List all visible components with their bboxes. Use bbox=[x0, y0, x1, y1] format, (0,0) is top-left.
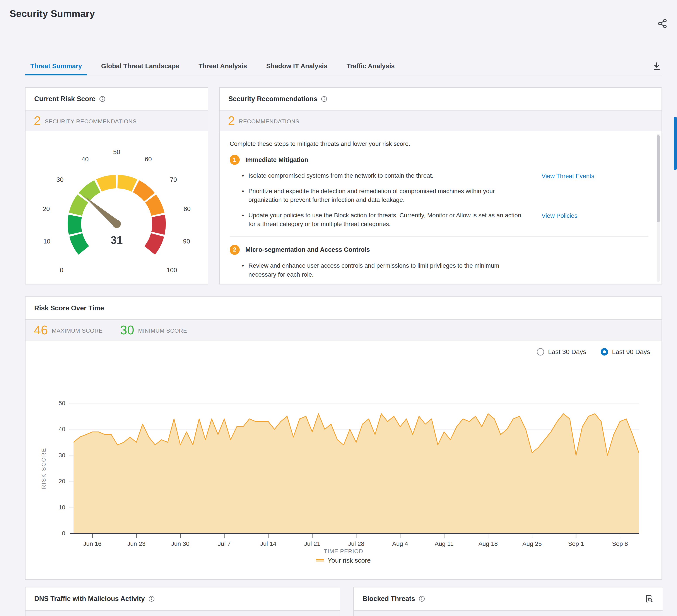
svg-text:40: 40 bbox=[59, 426, 65, 432]
tab-global-threat-landscape[interactable]: Global Threat Landscape bbox=[96, 57, 184, 75]
view-report-button[interactable] bbox=[644, 594, 654, 604]
time-range-radio-group: Last 30 DaysLast 90 Days bbox=[537, 348, 650, 356]
svg-text:Jul 28: Jul 28 bbox=[348, 540, 364, 547]
svg-text:60: 60 bbox=[145, 156, 152, 162]
current-risk-score-card: Current Risk Score 2 SECURITY RECOMMENDA… bbox=[25, 87, 208, 284]
tab-threat-summary[interactable]: Threat Summary bbox=[25, 57, 87, 75]
info-icon[interactable] bbox=[99, 96, 105, 102]
page-scrollbar-thumb[interactable] bbox=[674, 116, 677, 170]
recommendation-section-header: 1Immediate Mitigation bbox=[230, 155, 648, 165]
radio-last-90-days[interactable]: Last 90 Days bbox=[601, 348, 650, 356]
page-title: Security Summary bbox=[10, 8, 95, 19]
recommendation-text: Update your policies to use the Block ac… bbox=[249, 211, 526, 229]
svg-text:10: 10 bbox=[43, 238, 50, 245]
tab-shadow-it-analysis[interactable]: Shadow IT Analysis bbox=[261, 57, 332, 75]
svg-text:90: 90 bbox=[183, 238, 190, 245]
stat-value: 46 bbox=[34, 324, 48, 336]
recommendation-link[interactable]: View Threat Events bbox=[542, 172, 594, 181]
stat-label: MAXIMUM SCORE bbox=[52, 327, 103, 334]
download-button[interactable] bbox=[651, 61, 662, 71]
svg-text:40: 40 bbox=[82, 156, 89, 162]
recommendation-text: Review and enhance user access controls … bbox=[249, 262, 526, 279]
svg-text:20: 20 bbox=[59, 478, 65, 484]
stat-value: 30 bbox=[120, 324, 134, 336]
svg-text:Aug 25: Aug 25 bbox=[523, 540, 542, 547]
svg-text:Sep 8: Sep 8 bbox=[612, 540, 628, 547]
security-recommendations-card: Security Recommendations 2 RECOMMENDATIO… bbox=[219, 87, 662, 284]
svg-text:80: 80 bbox=[184, 205, 191, 212]
card-title: Security Recommendations bbox=[228, 95, 317, 103]
tab-list: Threat SummaryGlobal Threat LandscapeThr… bbox=[25, 57, 409, 75]
card-title: Risk Score Over Time bbox=[34, 304, 104, 312]
stat-value: 2 bbox=[34, 114, 41, 127]
svg-text:Jun 16: Jun 16 bbox=[83, 540, 101, 547]
report-search-icon bbox=[645, 595, 653, 603]
recommendation-bullet: Prioritize and expedite the detection an… bbox=[230, 187, 648, 204]
stat-value: 2 bbox=[228, 114, 235, 127]
risk-score-over-time-card: Risk Score Over Time 46MAXIMUM SCORE30MI… bbox=[25, 296, 662, 580]
recommendation-bullet: Update your policies to use the Block ac… bbox=[230, 211, 648, 229]
info-icon[interactable] bbox=[148, 596, 155, 602]
svg-text:50: 50 bbox=[59, 400, 65, 407]
legend-swatch bbox=[316, 559, 324, 562]
dns-traffic-card: DNS Traffic with Malicious Activity bbox=[25, 587, 340, 616]
card-stat-row bbox=[354, 610, 663, 616]
maximum-score-stat: 46MAXIMUM SCORE bbox=[34, 324, 103, 336]
chart-legend: Your risk score bbox=[26, 557, 662, 564]
step-number-badge: 2 bbox=[230, 245, 240, 255]
card-scrollbar-thumb[interactable] bbox=[657, 135, 660, 222]
share-icon bbox=[658, 18, 668, 29]
share-button[interactable] bbox=[657, 18, 668, 29]
recommendations-intro: Complete these steps to mitigate threats… bbox=[230, 140, 648, 147]
stat-label: MINIMUM SCORE bbox=[138, 327, 187, 334]
svg-text:50: 50 bbox=[113, 148, 120, 155]
recommendation-section-header: 2Micro-segmentation and Access Controls bbox=[230, 245, 648, 255]
recommendations-list: Complete these steps to mitigate threats… bbox=[220, 132, 662, 284]
chart-y-axis-title: RISK SCORE bbox=[40, 447, 47, 489]
svg-text:Jul 7: Jul 7 bbox=[218, 540, 231, 547]
info-icon[interactable] bbox=[418, 596, 425, 602]
recommendation-text: Isolate compromised systems from the net… bbox=[249, 171, 434, 180]
card-title: Blocked Threats bbox=[362, 595, 415, 603]
svg-text:20: 20 bbox=[43, 205, 50, 212]
recommendations-count-stat: 2 RECOMMENDATIONS bbox=[228, 114, 299, 127]
radio-label: Last 90 Days bbox=[612, 348, 650, 356]
security-recommendations-stat: 2 SECURITY RECOMMENDATIONS bbox=[34, 114, 137, 127]
risk-score-chart: 01020304050Jun 16Jun 23Jun 30Jul 7Jul 14… bbox=[26, 378, 662, 550]
radio-label: Last 30 Days bbox=[548, 348, 586, 356]
legend-label: Your risk score bbox=[328, 557, 370, 564]
svg-text:Sep 1: Sep 1 bbox=[568, 540, 584, 547]
tabs: Threat SummaryGlobal Threat LandscapeThr… bbox=[25, 57, 662, 76]
blocked-threats-card: Blocked Threats bbox=[353, 587, 663, 616]
svg-text:70: 70 bbox=[170, 176, 177, 183]
recommendation-bullet: Isolate compromised systems from the net… bbox=[230, 171, 648, 180]
card-stat-row bbox=[26, 610, 340, 616]
minimum-score-stat: 30MINIMUM SCORE bbox=[120, 324, 187, 336]
svg-text:31: 31 bbox=[110, 234, 123, 246]
svg-text:100: 100 bbox=[167, 267, 177, 274]
svg-text:Jul 14: Jul 14 bbox=[260, 540, 276, 547]
card-title: Current Risk Score bbox=[34, 95, 95, 103]
download-icon bbox=[652, 61, 662, 71]
svg-text:Jun 30: Jun 30 bbox=[171, 540, 189, 547]
divider bbox=[230, 237, 648, 237]
tab-threat-analysis[interactable]: Threat Analysis bbox=[193, 57, 252, 75]
radio-last-30-days[interactable]: Last 30 Days bbox=[537, 348, 586, 356]
stat-label: RECOMMENDATIONS bbox=[239, 118, 299, 125]
risk-gauge: 010203040506070809010031 bbox=[26, 131, 208, 284]
radio-selected-icon[interactable] bbox=[601, 348, 608, 356]
svg-text:0: 0 bbox=[62, 530, 65, 537]
tab-traffic-analysis[interactable]: Traffic Analysis bbox=[341, 57, 400, 75]
info-icon[interactable] bbox=[321, 96, 327, 102]
svg-text:0: 0 bbox=[60, 267, 63, 274]
radio-unselected-icon[interactable] bbox=[537, 348, 544, 356]
svg-text:Aug 11: Aug 11 bbox=[435, 540, 454, 547]
recommendation-bullet: Review and enhance user access controls … bbox=[230, 262, 648, 279]
svg-text:Jun 23: Jun 23 bbox=[127, 540, 145, 547]
svg-text:10: 10 bbox=[59, 504, 65, 511]
recommendation-link[interactable]: View Policies bbox=[542, 211, 577, 220]
recommendation-text: Prioritize and expedite the detection an… bbox=[249, 187, 526, 204]
svg-text:30: 30 bbox=[59, 452, 65, 459]
chart-x-axis-title: TIME PERIOD bbox=[26, 548, 662, 555]
svg-text:Jul 21: Jul 21 bbox=[304, 540, 320, 547]
